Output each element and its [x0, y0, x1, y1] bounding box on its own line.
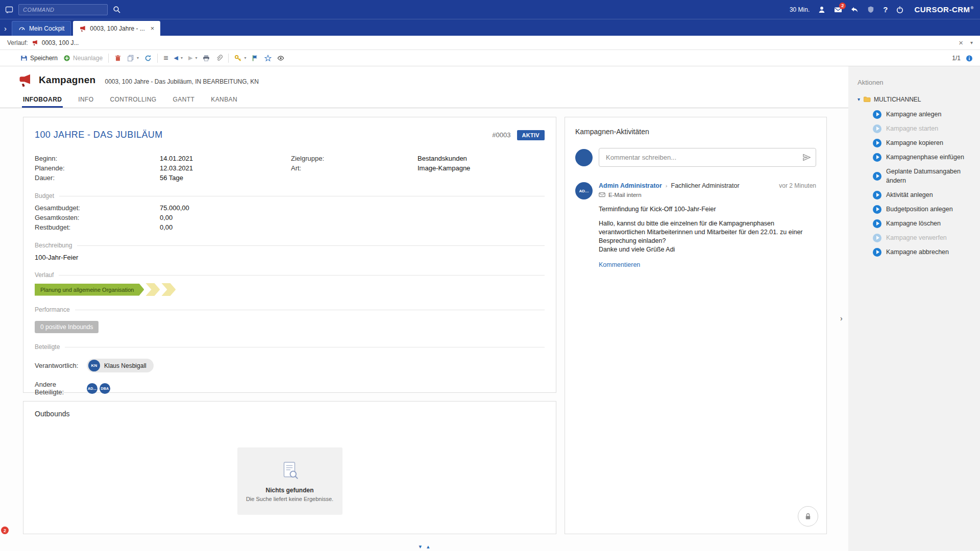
- close-icon[interactable]: ×: [151, 24, 155, 32]
- tab-controlling[interactable]: CONTROLLING: [109, 96, 158, 108]
- notification-count-badge[interactable]: 2: [1, 527, 9, 534]
- shield-icon[interactable]: [867, 6, 875, 14]
- print-button[interactable]: [203, 55, 210, 62]
- field-label: Zielgruppe:: [291, 155, 418, 163]
- comment-input[interactable]: [599, 148, 816, 167]
- action-kampagne-anlegen[interactable]: Kampagne anlegen: [857, 107, 976, 121]
- section-performance: Performance: [35, 306, 545, 313]
- section-progress: Verlauf: [35, 271, 545, 279]
- tab-label: 0003, 100 Jahre - ...: [90, 25, 144, 32]
- nav-back-button[interactable]: ◀ ▾: [174, 55, 182, 61]
- trash-icon: [114, 55, 121, 62]
- envelope-icon: [599, 191, 605, 198]
- lock-button[interactable]: [798, 506, 818, 527]
- author-link[interactable]: Admin Administrator: [599, 182, 662, 189]
- command-input[interactable]: [18, 4, 108, 15]
- user-icon[interactable]: [818, 6, 826, 14]
- splitter-toggle[interactable]: ▾ ▴: [419, 543, 429, 550]
- field-label: Gesamtbudget:: [35, 204, 160, 212]
- tab-info[interactable]: INFO: [77, 96, 94, 108]
- tab-kanban[interactable]: KANBAN: [210, 96, 238, 108]
- responsible-row: Verantwortlich: KN Klaus Nesbigall: [35, 359, 545, 372]
- close-icon[interactable]: ×: [959, 38, 963, 47]
- responsible-chip[interactable]: KN Klaus Nesbigall: [87, 359, 154, 372]
- empty-state: Nichts gefunden Die Suche liefert keine …: [237, 447, 342, 515]
- info-icon[interactable]: [966, 55, 973, 62]
- comment-link[interactable]: Kommentieren: [599, 261, 640, 268]
- undo-icon[interactable]: [850, 6, 859, 14]
- send-icon[interactable]: [802, 153, 811, 162]
- forward-icon: ▶: [188, 55, 192, 61]
- avatar[interactable]: AD...: [87, 383, 97, 394]
- attachment-button[interactable]: [215, 55, 223, 62]
- action-kampagnenphase-einfuegen[interactable]: Kampagnenphase einfügen: [857, 150, 976, 164]
- folder-icon: [863, 95, 871, 103]
- field-row: Restbudget:0,00: [35, 223, 545, 232]
- tab-infoboard[interactable]: INFOBOARD: [22, 96, 63, 108]
- notifications-button[interactable]: 2: [834, 6, 842, 14]
- field-row: Dauer:56 Tage: [35, 174, 291, 182]
- flag-button[interactable]: [252, 55, 259, 62]
- play-icon: [873, 110, 881, 119]
- play-icon: [873, 234, 881, 242]
- action-geplante-datumsangaben-aendern[interactable]: Geplante Datumsangaben ändern: [857, 164, 976, 188]
- field-value: 56 Tage: [160, 174, 183, 182]
- field-row: Gesamtkosten:0,00: [35, 214, 545, 222]
- tab-record[interactable]: 0003, 100 Jahre - ... ×: [73, 21, 160, 36]
- refresh-button[interactable]: [144, 55, 152, 62]
- play-icon: [873, 153, 881, 162]
- action-kampagne-kopieren[interactable]: Kampagne kopieren: [857, 136, 976, 150]
- history-label: Verlauf:: [7, 39, 28, 46]
- toolbar-separator: [157, 54, 158, 63]
- delete-button[interactable]: [114, 55, 121, 62]
- watch-button[interactable]: [277, 55, 284, 62]
- action-kampagne-abbrechen[interactable]: Kampagne abbrechen: [857, 245, 976, 259]
- left-column: 100 JAHRE - DAS JUBILÄUM #0003 AKTIV Beg…: [23, 117, 556, 551]
- action-kampagne-starten: Kampagne starten: [857, 121, 976, 136]
- chevron-down-icon[interactable]: ▾: [137, 56, 139, 60]
- field-row: Planende:12.03.2021: [35, 164, 291, 172]
- search-icon[interactable]: [113, 6, 121, 14]
- chevron-down-icon[interactable]: ▾: [244, 56, 246, 60]
- new-record-button: Neuanlage: [63, 55, 103, 62]
- tab-scroll-chevron-icon[interactable]: ›: [2, 24, 10, 36]
- copy-button[interactable]: ▾: [127, 55, 139, 62]
- page-subtitle: 0003, 100 Jahre - Das Jubiläum, IN BEARB…: [105, 76, 258, 85]
- participants-row: Andere Beteiligte: AD... DBA: [35, 381, 545, 396]
- action-budgetposition-anlegen[interactable]: Budgetposition anlegen: [857, 202, 976, 216]
- chevron-down-icon[interactable]: ▾: [970, 40, 973, 45]
- action-aktivitaet-anlegen[interactable]: Aktivität anlegen: [857, 188, 976, 202]
- chevron-down-icon: ▾: [195, 56, 197, 60]
- toolbar-separator: [228, 54, 229, 63]
- permissions-button[interactable]: ▾: [234, 55, 246, 62]
- save-label: Speichern: [30, 55, 58, 62]
- favorite-button[interactable]: [264, 55, 272, 62]
- play-icon: [873, 139, 881, 147]
- avatar: KN: [88, 360, 100, 371]
- chevron-up-icon[interactable]: ▴: [427, 543, 430, 550]
- actions-group-multichannel[interactable]: ▾ MULTICHANNEL: [857, 95, 976, 103]
- activities-title: Kampagnen-Aktivitäten: [575, 128, 816, 136]
- tab-mein-cockpit[interactable]: Mein Cockpit: [12, 21, 71, 36]
- tab-gantt[interactable]: GANTT: [172, 96, 196, 108]
- toolbar-right-cluster: 1/1: [952, 55, 973, 62]
- action-kampagne-loeschen[interactable]: Kampagne löschen: [857, 216, 976, 231]
- chevron-down-icon[interactable]: ▾: [419, 543, 422, 550]
- chevron-down-icon[interactable]: ▾: [181, 56, 183, 60]
- power-icon[interactable]: [896, 6, 904, 14]
- responsible-name: Klaus Nesbigall: [104, 362, 146, 369]
- help-button[interactable]: ?: [883, 5, 888, 14]
- key-icon: [234, 55, 241, 62]
- panel-collapse-chevron-icon[interactable]: ›: [840, 314, 843, 322]
- save-button[interactable]: Speichern: [20, 55, 58, 62]
- empty-state-title: Nichts gefunden: [265, 487, 313, 494]
- menu-button[interactable]: ≡: [163, 54, 168, 62]
- megaphone-icon: [32, 39, 38, 46]
- timestamp: vor 2 Minuten: [779, 182, 816, 189]
- avatar[interactable]: DBA: [100, 383, 110, 394]
- history-record-link[interactable]: 0003, 100 J...: [42, 39, 79, 46]
- main-region: Kampagnen 0003, 100 Jahre - Das Jubiläum…: [0, 66, 980, 551]
- topbar: 30 Min. 2 ? CURSOR-CRM®: [0, 0, 980, 19]
- tab-label: Mein Cockpit: [29, 25, 64, 32]
- phase-chip-active[interactable]: Planung und allgemeine Organisation: [35, 284, 144, 296]
